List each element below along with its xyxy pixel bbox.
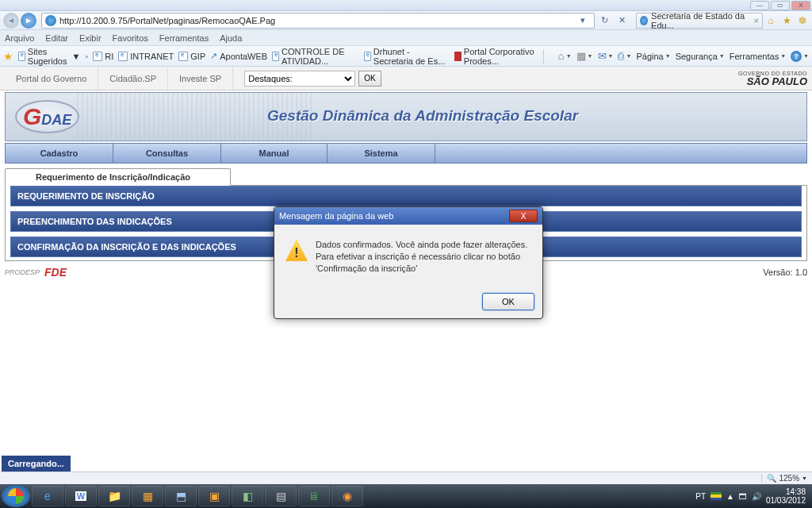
menu-favoritos[interactable]: Favoritos [113, 33, 148, 43]
toolbar-label: Página [636, 52, 663, 61]
menu-arquivo[interactable]: Arquivo [5, 33, 34, 43]
taskbar-word[interactable]: W [65, 486, 97, 506]
menu-ferramentas[interactable]: Ferramentas [159, 33, 209, 43]
page-icon [364, 52, 371, 61]
toolbar-ferramentas[interactable]: Ferramentas ▼ [730, 52, 786, 61]
fav-star-icon[interactable]: ★ [3, 50, 13, 63]
refresh-button[interactable]: ↻ [596, 13, 612, 28]
nav-forward-button[interactable]: ► [21, 13, 36, 29]
toolbar-seguranca[interactable]: Segurança ▼ [676, 52, 725, 61]
menu-sistema[interactable]: Sistema [327, 144, 435, 163]
taskbar-calc[interactable]: ▤ [265, 486, 297, 506]
home-icon[interactable]: ⌂ [764, 14, 777, 27]
taskbar-app2[interactable]: ⬒ [165, 486, 197, 506]
gdae-logo: GDAE [15, 100, 79, 133]
favorites-star-icon[interactable]: ★ [780, 14, 793, 27]
link-investe-sp[interactable]: Investe SP [168, 67, 233, 90]
fav-label: RI [105, 52, 113, 61]
fav-drhunet[interactable]: Drhunet - Secretaria de Es... [364, 47, 450, 66]
main-menu: Cadastro Consultas Manual Sistema [5, 143, 807, 164]
tray-time: 14:38 [766, 487, 806, 496]
fav-gip[interactable]: GIP [178, 52, 205, 61]
link-cidadao-sp[interactable]: Cidadão.SP [98, 67, 168, 90]
page-icon [178, 52, 188, 61]
dialog-message: Dados confirmados. Você ainda pode fazer… [316, 239, 531, 279]
destaques-ok-button[interactable]: OK [358, 71, 381, 87]
toolbar-pagina[interactable]: Página ▼ [636, 52, 670, 61]
zoom-icon: 🔍 [767, 474, 776, 483]
taskbar-app5[interactable]: 🖥 [298, 486, 330, 506]
toolbar-help[interactable]: ?▼ [791, 51, 809, 62]
fav-sites-sugeridos[interactable]: Sites Sugeridos ▼ [18, 47, 80, 66]
menu-manual[interactable]: Manual [221, 144, 327, 163]
window-maximize-button[interactable]: ▭ [771, 1, 790, 10]
address-box[interactable]: ▾ [41, 13, 595, 29]
tray-sound-icon[interactable]: 🔊 [752, 492, 761, 501]
tray-network-icon[interactable]: 🗔 [739, 492, 747, 501]
dialog-ok-button[interactable]: OK [482, 293, 534, 310]
dialog-close-button[interactable]: X [509, 210, 538, 222]
warning-icon: ! [285, 239, 308, 261]
fav-controle[interactable]: CONTROLE DE ATIVIDAD... [272, 47, 359, 66]
fav-label: INTRANET [130, 52, 174, 61]
taskbar-explorer[interactable]: 📁 [98, 486, 130, 506]
fav-intranet[interactable]: INTRANET [118, 52, 174, 61]
nav-back-button[interactable]: ◄ [3, 13, 19, 29]
tools-gear-icon[interactable]: ❁ [796, 14, 809, 27]
fav-label: GIP [190, 52, 205, 61]
page-icon [93, 52, 102, 61]
window-close-button[interactable]: X [791, 1, 810, 10]
link-portal-governo[interactable]: Portal do Governo [5, 67, 98, 90]
menu-editar[interactable]: Editar [45, 33, 68, 43]
fav-ri[interactable]: RI [93, 52, 113, 61]
gdae-banner: GDAE Gestão Dinâmica da Administração Es… [5, 92, 807, 141]
dialog-title: Mensagem da página da web [279, 211, 393, 221]
url-input[interactable] [59, 16, 575, 25]
browser-menubar: Arquivo Editar Exibir Favoritos Ferramen… [0, 30, 812, 46]
toolbar-home-icon[interactable]: ⌂▼ [558, 50, 572, 62]
toolbar-feeds-icon[interactable]: ▦▼ [576, 50, 593, 62]
sp-logo-line2: SÃO PAULO [738, 76, 807, 87]
tab-close-button[interactable]: × [754, 16, 759, 25]
menu-cadastro[interactable]: Cadastro [6, 144, 113, 163]
browser-tab[interactable]: Secretaria de Estado da Edu... × [636, 13, 763, 29]
menu-ajuda[interactable]: Ajuda [220, 33, 242, 43]
taskbar-app3[interactable]: ▣ [198, 486, 230, 506]
tab-label: Secretaria de Estado da Edu... [651, 11, 751, 30]
destaques-select[interactable]: Destaques: [244, 71, 355, 87]
toolbar-label: Segurança [676, 52, 718, 61]
fav-portal[interactable]: Portal Corporativo Prodes... [454, 47, 538, 66]
window-titlebar: — ▭ X [0, 0, 812, 11]
window-minimize-button[interactable]: — [750, 1, 769, 10]
page-icon [118, 52, 128, 61]
menu-exibir[interactable]: Exibir [79, 33, 102, 43]
section-requerimento[interactable]: REQUERIMENTO DE INSCRIÇÃO [10, 186, 802, 206]
tray-lang[interactable]: PT [695, 492, 706, 501]
version-label: Versão: 1.0 [763, 267, 807, 277]
arrow-icon: ↗ [210, 51, 217, 61]
browser-status-bar: 🔍 125% ▼ [0, 471, 812, 484]
tray-clock[interactable]: 14:38 01/03/2012 [766, 487, 806, 505]
fav-apontaweb[interactable]: ↗ApontaWEB [210, 51, 267, 61]
taskbar-app1[interactable]: ▦ [132, 486, 163, 506]
subtab-requerimento[interactable]: Requerimento de Inscrição/Indicação [5, 168, 231, 186]
windows-orb-icon [8, 488, 24, 504]
start-button[interactable] [2, 485, 30, 507]
taskbar-app4[interactable]: ◧ [232, 486, 263, 506]
menu-consultas[interactable]: Consultas [113, 144, 221, 163]
dialog-titlebar[interactable]: Mensagem da página da web X [274, 207, 542, 225]
stop-button[interactable]: ✕ [614, 13, 630, 28]
toolbar-mail-icon[interactable]: ✉▼ [598, 50, 614, 62]
tray-icon[interactable]: ▲ [726, 492, 734, 501]
prodesp-logo: PRODESP [5, 268, 40, 276]
tray-flag-icon [710, 492, 722, 500]
zoom-value: 125% [779, 474, 799, 483]
zoom-control[interactable]: 🔍 125% ▼ [761, 474, 807, 483]
taskbar-ie[interactable]: e [32, 486, 63, 506]
windows-taskbar: e W 📁 ▦ ⬒ ▣ ◧ ▤ 🖥 ◉ PT ▲ 🗔 🔊 14:38 01/03… [0, 484, 812, 508]
address-dropdown-icon[interactable]: ▾ [575, 13, 591, 28]
toolbar-print-icon[interactable]: ⎙▼ [618, 50, 631, 62]
system-tray[interactable]: PT ▲ 🗔 🔊 14:38 01/03/2012 [695, 487, 810, 505]
taskbar-app6[interactable]: ◉ [331, 486, 363, 506]
toolbar-label: Ferramentas [730, 52, 779, 61]
